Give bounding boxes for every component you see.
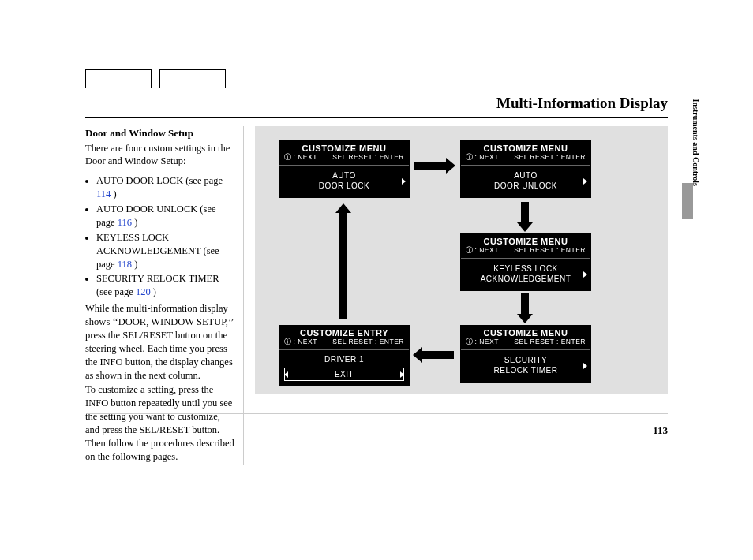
screen-subtext: SEL RESET : ENTER <box>332 153 404 162</box>
page-link[interactable]: 118 <box>118 259 132 270</box>
entry-exit-row: EXIT <box>284 368 404 381</box>
arrow-right-icon <box>414 162 446 170</box>
paragraph: To customize a setting, press the INFO b… <box>85 383 235 463</box>
page-link[interactable]: 120 <box>136 286 151 297</box>
settings-list: AUTO DOOR LOCK (see page 114 ) AUTO DOOR… <box>85 174 235 299</box>
caret-right-icon <box>583 271 587 278</box>
arrow-up-icon <box>339 213 347 319</box>
arrow-down-icon <box>521 202 529 222</box>
screen-title: CUSTOMIZE ENTRY <box>279 326 409 338</box>
caret-right-icon <box>402 178 406 185</box>
caret-left-icon <box>284 371 288 378</box>
subheading: Door and Window Setup <box>85 126 235 140</box>
caret-right-icon <box>583 178 587 185</box>
screen-title: CUSTOMIZE MENU <box>461 234 590 246</box>
screen-subtext: SEL RESET : ENTER <box>514 153 586 162</box>
screen-auto-door-lock: CUSTOMIZE MENU : NEXTSEL RESET : ENTER A… <box>279 140 410 198</box>
title-rule <box>85 117 668 118</box>
screen-subtext: SEL RESET : ENTER <box>514 246 586 256</box>
screen-title: CUSTOMIZE MENU <box>461 141 590 153</box>
intro-paragraph: There are four custom settings in the Do… <box>85 142 235 169</box>
page-title: Multi-Information Display <box>496 95 668 112</box>
screen-subtext: SEL RESET : ENTER <box>332 338 404 347</box>
info-icon: : NEXT <box>466 153 499 162</box>
side-tab-marker <box>682 183 693 219</box>
screen-title: CUSTOMIZE MENU <box>279 141 409 153</box>
screen-auto-door-unlock: CUSTOMIZE MENU : NEXTSEL RESET : ENTER A… <box>460 140 591 198</box>
caret-right-icon <box>400 371 404 378</box>
arrow-down-icon <box>521 293 529 314</box>
info-icon: : NEXT <box>284 338 317 347</box>
page-number: 113 <box>653 424 668 437</box>
paragraph: While the multi-information display show… <box>85 302 235 382</box>
info-icon: : NEXT <box>284 153 317 162</box>
info-icon: : NEXT <box>466 246 499 256</box>
list-item: SECURITY RELOCK TIMER (see page 120 ) <box>96 272 235 299</box>
flow-diagram: CUSTOMIZE MENU : NEXTSEL RESET : ENTER A… <box>255 126 668 394</box>
text-column: Door and Window Setup There are four cus… <box>85 126 244 465</box>
list-item: KEYLESS LOCK ACKNOWLEDGEMENT (see page 1… <box>96 231 235 271</box>
placeholder-box <box>85 69 152 88</box>
screen-keyless-lock-ack: CUSTOMIZE MENU : NEXTSEL RESET : ENTER K… <box>460 233 591 291</box>
screen-subtext: SEL RESET : ENTER <box>514 338 586 347</box>
page-link[interactable]: 116 <box>118 217 132 228</box>
arrow-left-icon <box>422 351 454 359</box>
list-item: AUTO DOOR UNLOCK (see page 116 ) <box>96 203 235 230</box>
screen-customize-entry: CUSTOMIZE ENTRY : NEXTSEL RESET : ENTER … <box>279 325 410 386</box>
section-side-label: Instruments and Controls <box>691 99 700 186</box>
page-link[interactable]: 114 <box>96 189 111 200</box>
list-item: AUTO DOOR LOCK (see page 114 ) <box>96 174 235 201</box>
screen-title: CUSTOMIZE MENU <box>461 326 590 338</box>
top-placeholder-boxes <box>85 69 226 88</box>
entry-driver: DRIVER 1 <box>279 353 409 366</box>
screen-security-relock: CUSTOMIZE MENU : NEXTSEL RESET : ENTER S… <box>460 325 591 383</box>
caret-right-icon <box>583 363 587 369</box>
footer-rule <box>87 413 668 414</box>
placeholder-box <box>159 69 226 88</box>
info-icon: : NEXT <box>466 338 499 347</box>
